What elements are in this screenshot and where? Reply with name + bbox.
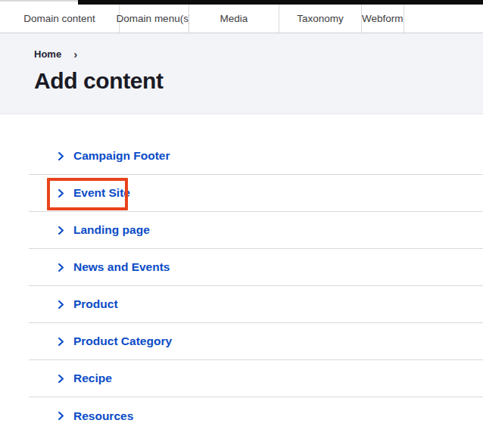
tab-label: Media — [220, 13, 248, 24]
content-type-row-campaign-footer: Campaign Footer — [29, 138, 483, 175]
chevron-right-icon — [56, 226, 66, 235]
content-type-row-news-and-events: News and Events — [29, 249, 483, 286]
content-type-label: Campaign Footer — [73, 149, 170, 163]
content-type-link-campaign-footer[interactable]: Campaign Footer — [56, 149, 170, 163]
breadcrumb: Home › — [34, 48, 483, 60]
tab-domain-menu-s[interactable]: Domain menu(s) — [120, 5, 189, 33]
tab-label: Webform — [362, 13, 404, 24]
content-type-row-recipe: Recipe — [29, 360, 483, 397]
content-type-label: Product Category — [73, 334, 172, 348]
content-type-link-resources[interactable]: Resources — [56, 409, 133, 423]
page-title: Add content — [34, 68, 483, 94]
content-type-row-product: Product — [29, 286, 483, 323]
breadcrumb-home-link[interactable]: Home — [34, 48, 61, 60]
content-type-label: Recipe — [73, 372, 112, 385]
chevron-right-icon — [56, 374, 66, 384]
content-type-list: Campaign Footer Event Site Landing page — [29, 138, 483, 434]
chevron-right-icon — [56, 337, 66, 347]
tab-taxonomy[interactable]: Taxonomy — [279, 5, 362, 33]
breadcrumb-chevron-icon: › — [73, 49, 77, 59]
content-type-label: Resources — [73, 409, 133, 423]
content-type-row-resources: Resources — [29, 397, 483, 434]
content-type-label: Event Site — [73, 186, 130, 200]
content-type-link-product[interactable]: Product — [56, 297, 118, 311]
content-type-row-product-category: Product Category — [29, 323, 483, 360]
content-type-label: Product — [73, 297, 118, 311]
tab-label: Domain menu(s) — [117, 13, 192, 24]
tab-webform[interactable]: Webform — [362, 5, 404, 33]
tab-label: Taxonomy — [297, 13, 344, 24]
content-type-label: Landing page — [73, 223, 150, 237]
content-type-link-product-category[interactable]: Product Category — [56, 334, 172, 348]
content-type-label: News and Events — [73, 260, 170, 274]
content-type-link-news-and-events[interactable]: News and Events — [56, 260, 170, 274]
page-header: Home › Add content — [0, 33, 483, 114]
tab-label: Domain content — [23, 13, 95, 24]
content-type-row-landing-page: Landing page — [29, 212, 483, 249]
content-type-row-event-site: Event Site — [29, 175, 483, 212]
chevron-right-icon — [56, 411, 66, 421]
tab-domain-content[interactable]: Domain content — [0, 5, 120, 33]
tab-media[interactable]: Media — [189, 5, 279, 33]
chevron-right-icon — [56, 188, 66, 198]
content-type-link-recipe[interactable]: Recipe — [56, 372, 112, 385]
chevron-right-icon — [56, 151, 66, 161]
chevron-right-icon — [56, 300, 66, 310]
content-type-link-event-site[interactable]: Event Site — [56, 186, 130, 200]
content-type-link-landing-page[interactable]: Landing page — [56, 223, 150, 237]
tab-bar: Domain content Domain menu(s) Media Taxo… — [0, 5, 483, 33]
chevron-right-icon — [56, 263, 66, 272]
